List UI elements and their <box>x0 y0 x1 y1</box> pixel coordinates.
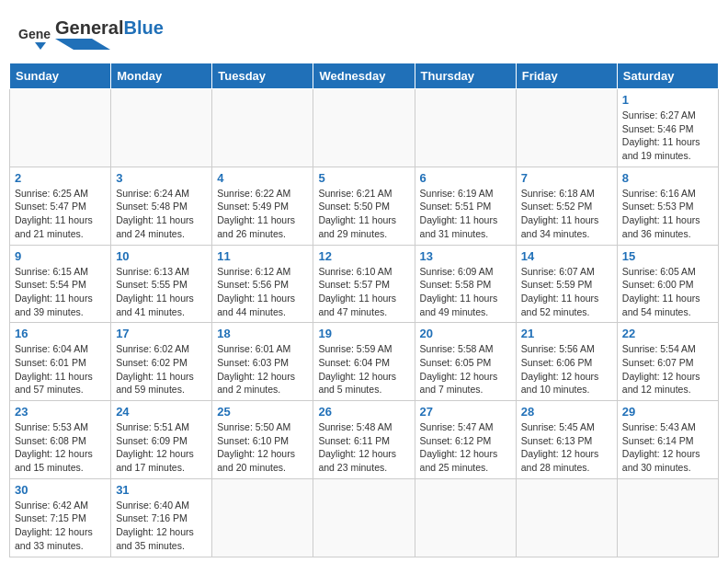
svg-marker-2 <box>55 39 110 50</box>
day-number: 22 <box>622 327 713 340</box>
calendar-cell: 15Sunrise: 6:05 AM Sunset: 6:00 PM Dayli… <box>617 245 718 323</box>
day-number: 26 <box>318 405 409 419</box>
day-number: 12 <box>318 249 409 263</box>
calendar-cell: 11Sunrise: 6:12 AM Sunset: 5:56 PM Dayli… <box>212 245 313 323</box>
day-number: 23 <box>15 405 106 419</box>
weekday-header-saturday: Saturday <box>617 63 718 89</box>
calendar-cell: 6Sunrise: 6:19 AM Sunset: 5:51 PM Daylig… <box>415 167 516 245</box>
day-number: 7 <box>521 171 612 185</box>
day-number: 8 <box>622 171 713 185</box>
day-number: 28 <box>521 405 612 419</box>
calendar-week-5: 23Sunrise: 5:53 AM Sunset: 6:08 PM Dayli… <box>10 401 719 479</box>
day-number: 10 <box>116 249 207 263</box>
day-info: Sunrise: 5:47 AM Sunset: 6:12 PM Dayligh… <box>420 420 511 475</box>
calendar: SundayMondayTuesdayWednesdayThursdayFrid… <box>9 63 719 557</box>
day-number: 2 <box>15 171 106 185</box>
day-number: 16 <box>15 327 106 340</box>
calendar-week-3: 9Sunrise: 6:15 AM Sunset: 5:54 PM Daylig… <box>10 245 719 323</box>
calendar-week-1: 1Sunrise: 6:27 AM Sunset: 5:46 PM Daylig… <box>10 89 719 167</box>
day-number: 17 <box>116 327 207 340</box>
calendar-week-2: 2Sunrise: 6:25 AM Sunset: 5:47 PM Daylig… <box>10 167 719 245</box>
calendar-cell: 5Sunrise: 6:21 AM Sunset: 5:50 PM Daylig… <box>313 167 415 245</box>
calendar-cell: 16Sunrise: 6:04 AM Sunset: 6:01 PM Dayli… <box>10 323 111 401</box>
day-info: Sunrise: 6:02 AM Sunset: 6:02 PM Dayligh… <box>116 342 207 396</box>
calendar-cell: 10Sunrise: 6:13 AM Sunset: 5:55 PM Dayli… <box>111 245 212 323</box>
calendar-cell: 28Sunrise: 5:45 AM Sunset: 6:13 PM Dayli… <box>516 401 617 479</box>
svg-text:General: General <box>18 27 51 41</box>
calendar-cell <box>516 89 617 167</box>
calendar-cell: 31Sunrise: 6:40 AM Sunset: 7:16 PM Dayli… <box>111 478 212 557</box>
day-number: 9 <box>15 249 106 263</box>
day-info: Sunrise: 5:58 AM Sunset: 6:05 PM Dayligh… <box>420 342 511 396</box>
calendar-cell: 30Sunrise: 6:42 AM Sunset: 7:15 PM Dayli… <box>10 478 111 557</box>
calendar-cell: 20Sunrise: 5:58 AM Sunset: 6:05 PM Dayli… <box>415 323 516 401</box>
calendar-cell <box>10 89 111 167</box>
day-info: Sunrise: 6:10 AM Sunset: 5:57 PM Dayligh… <box>318 265 409 319</box>
day-number: 15 <box>622 249 713 263</box>
day-number: 20 <box>420 327 511 340</box>
calendar-cell: 3Sunrise: 6:24 AM Sunset: 5:48 PM Daylig… <box>111 167 212 245</box>
day-number: 29 <box>622 405 713 419</box>
calendar-cell <box>617 478 718 557</box>
day-info: Sunrise: 6:04 AM Sunset: 6:01 PM Dayligh… <box>15 342 106 396</box>
calendar-cell: 24Sunrise: 5:51 AM Sunset: 6:09 PM Dayli… <box>111 401 212 479</box>
day-number: 27 <box>420 405 511 419</box>
weekday-header-monday: Monday <box>111 63 212 89</box>
calendar-cell: 4Sunrise: 6:22 AM Sunset: 5:49 PM Daylig… <box>212 167 313 245</box>
day-info: Sunrise: 6:27 AM Sunset: 5:46 PM Dayligh… <box>622 109 713 163</box>
calendar-cell: 17Sunrise: 6:02 AM Sunset: 6:02 PM Dayli… <box>111 323 212 401</box>
calendar-cell: 14Sunrise: 6:07 AM Sunset: 5:59 PM Dayli… <box>516 245 617 323</box>
weekday-header-sunday: Sunday <box>10 63 111 89</box>
day-info: Sunrise: 5:56 AM Sunset: 6:06 PM Dayligh… <box>521 342 612 396</box>
day-info: Sunrise: 6:07 AM Sunset: 5:59 PM Dayligh… <box>521 265 612 319</box>
calendar-cell <box>212 89 313 167</box>
day-number: 6 <box>420 171 511 185</box>
day-info: Sunrise: 5:43 AM Sunset: 6:14 PM Dayligh… <box>622 420 713 475</box>
calendar-cell <box>415 478 516 557</box>
header-area: General GeneralBlue <box>9 9 719 58</box>
day-number: 5 <box>318 171 409 185</box>
day-info: Sunrise: 5:48 AM Sunset: 6:11 PM Dayligh… <box>318 420 409 475</box>
calendar-cell: 7Sunrise: 6:18 AM Sunset: 5:52 PM Daylig… <box>516 167 617 245</box>
calendar-cell <box>415 89 516 167</box>
calendar-cell <box>111 89 212 167</box>
calendar-cell: 22Sunrise: 5:54 AM Sunset: 6:07 PM Dayli… <box>617 323 718 401</box>
calendar-cell: 1Sunrise: 6:27 AM Sunset: 5:46 PM Daylig… <box>617 89 718 167</box>
calendar-cell: 29Sunrise: 5:43 AM Sunset: 6:14 PM Dayli… <box>617 401 718 479</box>
day-number: 13 <box>420 249 511 263</box>
day-info: Sunrise: 6:40 AM Sunset: 7:16 PM Dayligh… <box>116 499 207 553</box>
calendar-cell <box>313 89 415 167</box>
day-info: Sunrise: 5:59 AM Sunset: 6:04 PM Dayligh… <box>318 342 409 396</box>
day-info: Sunrise: 6:15 AM Sunset: 5:54 PM Dayligh… <box>15 265 106 319</box>
day-number: 25 <box>217 405 308 419</box>
day-info: Sunrise: 6:01 AM Sunset: 6:03 PM Dayligh… <box>217 342 308 396</box>
day-info: Sunrise: 6:42 AM Sunset: 7:15 PM Dayligh… <box>15 499 106 553</box>
weekday-header-wednesday: Wednesday <box>313 63 415 89</box>
day-info: Sunrise: 6:25 AM Sunset: 5:47 PM Dayligh… <box>15 187 106 241</box>
calendar-cell: 12Sunrise: 6:10 AM Sunset: 5:57 PM Dayli… <box>313 245 415 323</box>
day-info: Sunrise: 6:18 AM Sunset: 5:52 PM Dayligh… <box>521 187 612 241</box>
calendar-cell: 19Sunrise: 5:59 AM Sunset: 6:04 PM Dayli… <box>313 323 415 401</box>
day-number: 21 <box>521 327 612 340</box>
day-number: 11 <box>217 249 308 263</box>
day-number: 31 <box>116 483 207 497</box>
calendar-cell: 23Sunrise: 5:53 AM Sunset: 6:08 PM Dayli… <box>10 401 111 479</box>
calendar-cell: 13Sunrise: 6:09 AM Sunset: 5:58 PM Dayli… <box>415 245 516 323</box>
calendar-cell: 18Sunrise: 6:01 AM Sunset: 6:03 PM Dayli… <box>212 323 313 401</box>
day-info: Sunrise: 6:16 AM Sunset: 5:53 PM Dayligh… <box>622 187 713 241</box>
day-info: Sunrise: 6:12 AM Sunset: 5:56 PM Dayligh… <box>217 265 308 319</box>
calendar-cell <box>516 478 617 557</box>
calendar-cell: 8Sunrise: 6:16 AM Sunset: 5:53 PM Daylig… <box>617 167 718 245</box>
day-number: 19 <box>318 327 409 340</box>
day-info: Sunrise: 5:51 AM Sunset: 6:09 PM Dayligh… <box>116 420 207 475</box>
logo: General GeneralBlue <box>18 18 164 53</box>
day-number: 24 <box>116 405 207 419</box>
day-info: Sunrise: 6:22 AM Sunset: 5:49 PM Dayligh… <box>217 187 308 241</box>
calendar-cell <box>313 478 415 557</box>
calendar-cell: 9Sunrise: 6:15 AM Sunset: 5:54 PM Daylig… <box>10 245 111 323</box>
day-info: Sunrise: 6:19 AM Sunset: 5:51 PM Dayligh… <box>420 187 511 241</box>
day-number: 14 <box>521 249 612 263</box>
weekday-header-tuesday: Tuesday <box>212 63 313 89</box>
calendar-cell: 2Sunrise: 6:25 AM Sunset: 5:47 PM Daylig… <box>10 167 111 245</box>
day-info: Sunrise: 5:54 AM Sunset: 6:07 PM Dayligh… <box>622 342 713 396</box>
